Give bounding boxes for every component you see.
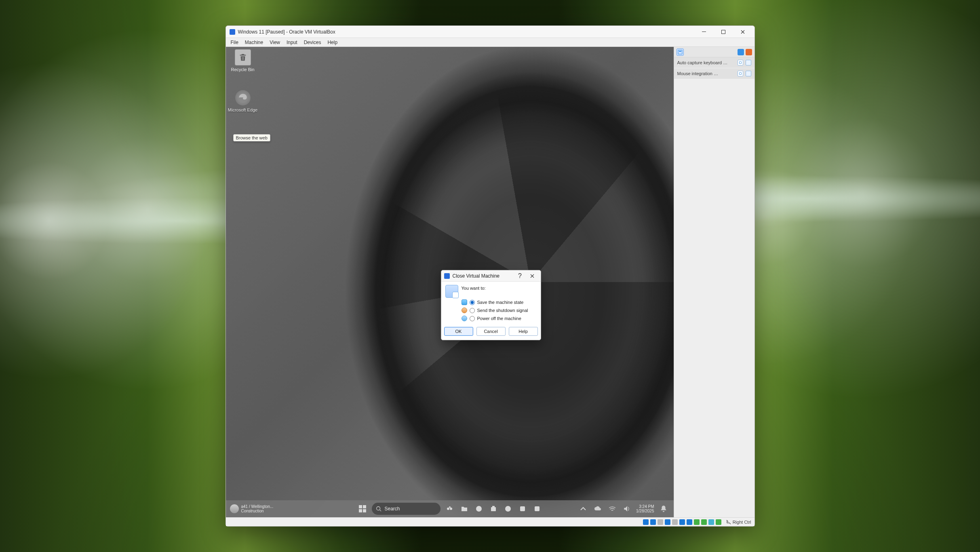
svg-point-11 — [447, 508, 449, 510]
window-close-button[interactable] — [733, 26, 752, 38]
dialog-titlebar[interactable]: Close Virtual Machine ? — [441, 270, 541, 282]
sb-dnd-icon[interactable] — [716, 519, 721, 525]
menu-file[interactable]: File — [228, 39, 242, 46]
svg-rect-23 — [679, 51, 681, 52]
menu-input[interactable]: Input — [283, 39, 301, 46]
notifications-panel: Auto capture keyboard … Mouse integratio… — [674, 47, 754, 517]
taskbar-volume-icon[interactable] — [622, 504, 632, 514]
menu-devices[interactable]: Devices — [301, 39, 325, 46]
notifications-title-icon — [677, 48, 684, 56]
option-save-state[interactable]: Save the machine state — [462, 299, 537, 305]
notif-action-2-icon[interactable] — [746, 71, 751, 76]
taskbar-clock[interactable]: 3:24 PM 1/28/2025 — [636, 504, 654, 514]
dialog-prompt: You want to: — [462, 286, 486, 291]
sb-cpu-icon[interactable] — [701, 519, 707, 525]
host-key-indicator[interactable]: Right Ctrl — [726, 520, 751, 525]
taskbar-wifi-icon[interactable] — [607, 504, 618, 514]
taskbar-cloud-icon[interactable] — [592, 504, 603, 514]
menu-view[interactable]: View — [266, 39, 283, 46]
svg-rect-15 — [491, 507, 496, 511]
dialog-help-button[interactable]: ? — [514, 271, 526, 281]
titlebar[interactable]: Windows 11 [Paused] - Oracle VM VirtualB… — [226, 26, 754, 38]
sb-optical-icon[interactable] — [650, 519, 656, 525]
window-minimize-button[interactable] — [695, 26, 713, 38]
svg-rect-7 — [359, 509, 362, 512]
desktop-icon-label: Microsoft Edge — [228, 107, 258, 112]
radio-power-off[interactable] — [470, 316, 475, 321]
menu-help[interactable]: Help — [324, 39, 341, 46]
taskbar-edge[interactable] — [474, 504, 484, 514]
power-off-icon — [462, 316, 467, 321]
notification-text: Mouse integration … — [677, 71, 719, 76]
menu-machine[interactable]: Machine — [242, 39, 266, 46]
desktop-icon-edge[interactable]: Microsoft Edge — [228, 90, 258, 112]
search-icon — [376, 506, 381, 512]
svg-rect-8 — [363, 509, 366, 512]
svg-rect-16 — [492, 506, 495, 507]
panel-action-pin-icon[interactable] — [738, 49, 744, 55]
svg-line-10 — [379, 510, 381, 512]
guest-display: Recycle Bin Microsoft Edge Browse the we… — [226, 47, 674, 517]
taskbar-notifications-icon[interactable] — [658, 504, 669, 514]
radio-send-shutdown[interactable] — [470, 308, 475, 313]
taskbar-widgets[interactable]: a41 / Wellington... Construction — [230, 504, 274, 513]
taskbar-task-view[interactable] — [445, 504, 455, 514]
start-button[interactable] — [357, 504, 368, 514]
svg-point-13 — [449, 506, 451, 508]
notification-item[interactable]: Auto capture keyboard … — [674, 57, 754, 68]
sb-hdd-icon[interactable] — [643, 519, 649, 525]
window-maximize-button[interactable] — [714, 26, 733, 38]
notification-item[interactable]: Mouse integration … — [674, 68, 754, 79]
notification-text: Auto capture keyboard … — [677, 60, 728, 65]
sb-clipboard-icon[interactable] — [708, 519, 714, 525]
taskbar-explorer[interactable] — [459, 504, 470, 514]
sb-display-icon[interactable] — [687, 519, 692, 525]
dialog-title: Close Virtual Machine — [453, 273, 500, 279]
sb-network-icon[interactable] — [665, 519, 670, 525]
svg-rect-3 — [721, 30, 725, 34]
sb-shared-icon[interactable] — [679, 519, 685, 525]
window-title: Windows 11 [Paused] - Oracle VM VirtualB… — [238, 29, 335, 35]
option-send-shutdown[interactable]: Send the shutdown signal — [462, 308, 537, 313]
desktop-icon-recycle-bin[interactable]: Recycle Bin — [228, 49, 258, 72]
dialog-ok-button[interactable]: OK — [444, 327, 473, 336]
taskbar-store[interactable] — [488, 504, 499, 514]
svg-rect-22 — [678, 50, 682, 54]
radio-save-state[interactable] — [470, 300, 475, 305]
option-label: Power off the machine — [477, 316, 521, 321]
panel-action-dismiss-icon[interactable] — [746, 49, 752, 55]
close-vm-dialog: Close Virtual Machine ? You want to: — [441, 270, 541, 340]
edge-browser-icon — [235, 90, 251, 106]
statusbar-indicators[interactable] — [643, 519, 721, 525]
svg-rect-18 — [520, 506, 525, 511]
taskbar-app-3[interactable] — [532, 504, 542, 514]
svg-point-9 — [376, 507, 380, 510]
guest-taskbar[interactable]: a41 / Wellington... Construction Search — [226, 500, 674, 517]
option-power-off[interactable]: Power off the machine — [462, 316, 537, 321]
taskbar-app-1[interactable] — [503, 504, 513, 514]
notif-action-1-icon[interactable] — [738, 71, 743, 76]
sb-audio-icon[interactable] — [658, 519, 663, 525]
dialog-lead-icon — [445, 285, 458, 298]
option-label: Send the shutdown signal — [477, 308, 528, 313]
notif-action-2-icon[interactable] — [746, 60, 751, 65]
taskbar-chevron-up-icon[interactable] — [578, 504, 588, 514]
dialog-close-button[interactable] — [526, 271, 538, 281]
dialog-help-button2[interactable]: Help — [509, 327, 538, 336]
notifications-header — [674, 47, 754, 57]
clock-date: 1/28/2025 — [636, 509, 654, 514]
sb-usb-icon[interactable] — [672, 519, 678, 525]
menubar: File Machine View Input Devices Help — [226, 38, 754, 47]
save-state-icon — [462, 299, 467, 305]
svg-rect-19 — [535, 506, 540, 511]
taskbar-search[interactable]: Search — [372, 503, 440, 515]
taskbar-app-2[interactable] — [517, 504, 528, 514]
sb-recording-icon[interactable] — [694, 519, 700, 525]
weather-line2: Construction — [241, 509, 274, 513]
svg-point-14 — [476, 506, 482, 512]
virtualbox-window: Windows 11 [Paused] - Oracle VM VirtualB… — [226, 25, 755, 527]
dialog-cancel-button[interactable]: Cancel — [476, 327, 506, 336]
desktop-icon-label: Recycle Bin — [228, 67, 258, 72]
svg-rect-5 — [359, 505, 362, 508]
notif-action-1-icon[interactable] — [738, 60, 743, 65]
